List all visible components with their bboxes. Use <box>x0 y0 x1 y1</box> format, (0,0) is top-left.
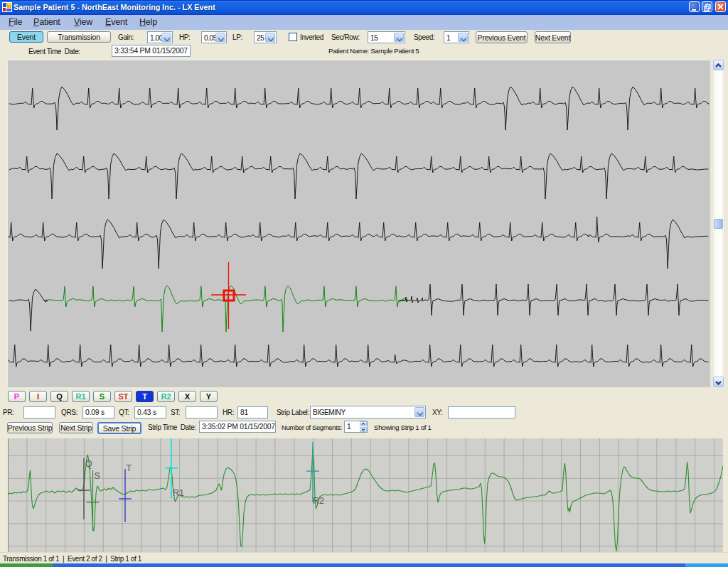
svg-text:R2: R2 <box>313 496 324 506</box>
svg-text:T: T <box>127 463 132 473</box>
svg-text:R1: R1 <box>173 488 184 498</box>
svg-text:Q: Q <box>85 459 92 469</box>
svg-text:S: S <box>95 471 100 481</box>
